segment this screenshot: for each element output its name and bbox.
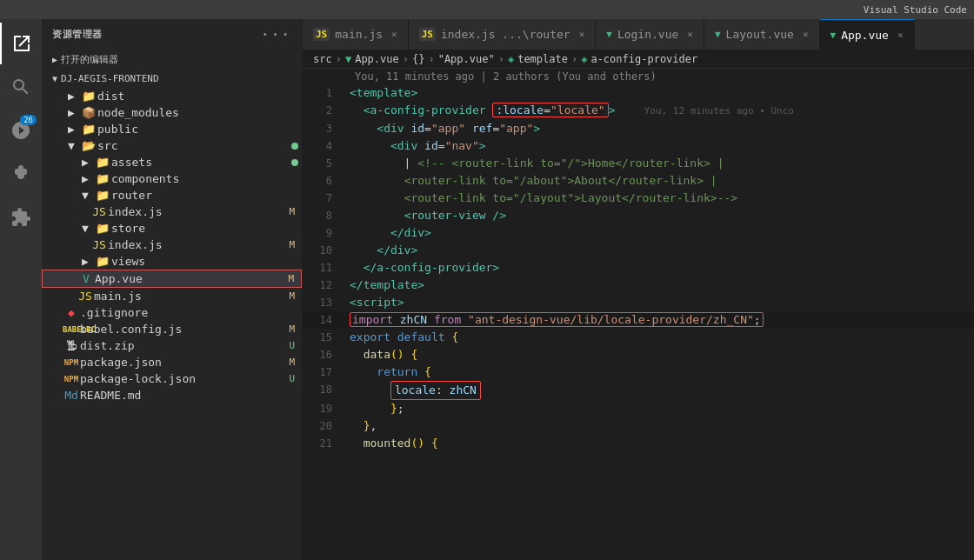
sidebar-item-label: public [97,123,302,136]
line-content: </template> [346,277,974,294]
line-content: </div> [346,224,974,242]
sidebar-item-src[interactable]: ▼ 📂 src [42,137,302,154]
sidebar-item-label: index.js [108,238,289,251]
git-badge: 26 [20,115,37,125]
git-badge-u: U [289,373,295,384]
tab-close-button[interactable]: × [687,29,693,40]
sidebar-item-app-vue[interactable]: V App.vue M [42,270,302,288]
sidebar-item-store-index[interactable]: JS index.js M [42,237,302,253]
sidebar-item-dist-zip[interactable]: 🗜 dist.zip U [42,337,302,354]
git-badge-m: M [289,357,295,368]
breadcrumb-provider: a-config-provider [590,53,697,65]
sidebar-item-router[interactable]: ▼ 📁 router [42,187,302,203]
git-badge-u: U [289,340,295,351]
breadcrumb-provider-icon: ◈ [581,53,587,65]
sidebar-item-gitignore[interactable]: ◆ .gitignore [42,304,302,321]
activity-extensions[interactable] [0,197,42,238]
code-line: 18 locale: zhCN [303,381,974,400]
code-line: 8 <router-view /> [303,207,974,224]
line-number: 9 [303,224,346,242]
tab-label: index.js ...\router [441,28,570,41]
chevron-down-icon: ▼ [77,222,94,235]
tab-app-vue[interactable]: ▼ App.vue × [820,19,915,50]
sidebar-item-router-index[interactable]: JS index.js M [42,203,302,220]
sidebar-item-dist[interactable]: ▶ 📁 dist [42,88,302,104]
sidebar-item-label: README.md [80,389,302,402]
folder-icon: 📁 [94,189,111,202]
breadcrumb-sep: › [428,53,434,65]
tab-close-button[interactable]: × [897,30,904,41]
line-content: export default { [346,329,974,346]
line-number: 20 [303,417,346,435]
code-line: 10 </div> [303,242,974,259]
folder-icon: 📁 [94,222,111,235]
breadcrumb-sep: › [498,53,504,65]
tab-label: App.vue [841,29,889,42]
vue-icon: V [77,272,95,285]
line-number: 12 [303,277,346,294]
line-number: 21 [303,435,346,452]
modified-indicator [291,143,298,150]
sidebar-item-assets[interactable]: ▶ 📁 assets [42,154,302,170]
sidebar-item-public[interactable]: ▶ 📁 public [42,121,302,137]
line-number: 15 [303,329,346,346]
code-line: 20 }, [303,417,974,435]
sidebar-item-main-js[interactable]: JS main.js M [42,288,302,304]
activity-debug[interactable] [0,153,42,195]
sidebar-item-label: package-lock.json [80,372,289,385]
sidebar-item-babel[interactable]: BABELRC babel.config.js M [42,321,302,337]
folder-icon: 📁 [94,172,111,185]
line-number: 3 [303,120,346,137]
line-number: 16 [303,346,346,363]
activity-explorer[interactable] [0,23,42,64]
sidebar-more-button[interactable]: ··· [261,26,291,43]
open-editors-section[interactable]: ▶ 打开的编辑器 [42,50,302,70]
sidebar-item-store[interactable]: ▼ 📁 store [42,220,302,237]
sidebar-item-views[interactable]: ▶ 📁 views [42,253,302,270]
activity-search[interactable] [0,66,42,108]
project-section[interactable]: ▼ DJ-AEGIS-FRONTEND [42,70,302,88]
activity-git[interactable]: 26 [0,110,42,151]
line-number: 8 [303,207,346,224]
code-editor[interactable]: You, 11 minutes ago | 2 authors (You and… [303,69,974,560]
vue-tab-icon: ▼ [715,29,721,40]
folder-npm-icon: 📦 [80,106,97,119]
code-line: 14 import zhCN from "ant-design-vue/lib/… [303,311,974,329]
git-badge-m: M [288,273,294,284]
chevron-right-icon: ▶ [77,156,94,169]
git-badge-m: M [289,290,295,302]
tab-index-router[interactable]: JS index.js ...\router × [409,19,597,50]
chevron-down-icon: ▼ [77,189,94,202]
md-icon: Md [63,389,80,402]
code-line: 1 <template> [303,84,974,102]
line-content: }; [346,400,974,417]
sidebar-item-node-modules[interactable]: ▶ 📦 node_modules [42,104,302,121]
sidebar-item-readme[interactable]: Md README.md [42,387,302,403]
sidebar-item-package-json[interactable]: NPM package.json M [42,354,302,370]
tab-main-js[interactable]: JS main.js × [303,19,409,50]
sidebar-item-label: node_modules [97,106,302,119]
code-line: 16 data() { [303,346,974,363]
tab-close-button[interactable]: × [803,29,809,40]
tab-close-button[interactable]: × [579,29,585,40]
line-number: 4 [303,137,346,155]
line-content: data() { [346,346,974,363]
tab-login-vue[interactable]: ▼ Login.vue × [596,19,704,50]
sidebar-item-label: dist.zip [80,339,289,352]
line-content: | <!-- <router-link to="/">Home</router-… [346,155,974,172]
tab-layout-vue[interactable]: ▼ Layout.vue × [704,19,820,50]
tab-close-button[interactable]: × [391,29,397,40]
babel-icon: BABELRC [63,325,80,334]
sidebar-item-label: views [111,255,302,268]
sidebar-item-label: main.js [94,290,289,303]
code-line: 13 <script> [303,294,974,311]
sidebar-item-components[interactable]: ▶ 📁 components [42,170,302,187]
breadcrumb: src › ▼ App.vue › {} › "App.vue" › ◈ tem… [303,50,974,69]
sidebar-item-package-lock[interactable]: NPM package-lock.json U [42,370,302,387]
folder-img-icon: 📁 [94,156,111,169]
line-number: 13 [303,294,346,311]
chevron-down-icon: ▼ [63,139,80,152]
tab-label: main.js [335,28,383,41]
sidebar-item-label: babel.config.js [80,323,289,336]
tab-label: Login.vue [617,28,678,41]
